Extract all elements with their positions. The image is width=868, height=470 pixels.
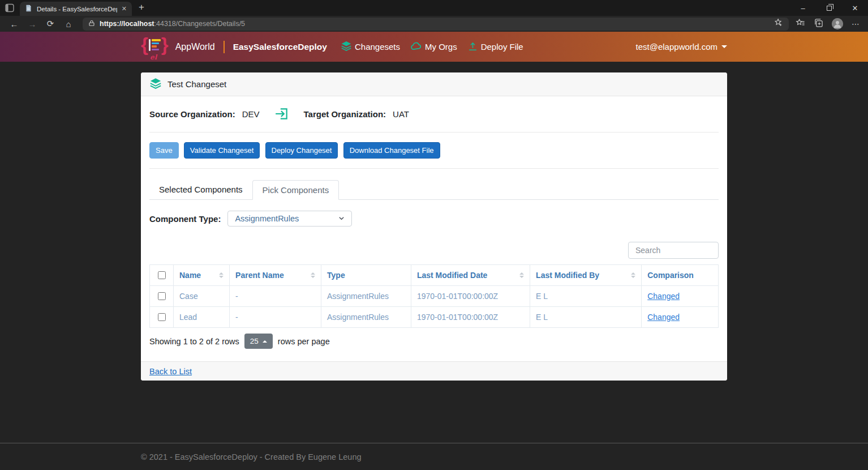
row-checkbox[interactable] [158, 313, 166, 321]
column-header-name[interactable]: Name [174, 265, 230, 286]
address-bar[interactable]: https://localhost:44318/Changesets/Detai… [83, 18, 789, 31]
cell-parent-name: - [230, 307, 321, 328]
sort-icon[interactable] [631, 272, 635, 278]
card-footer: Back to List [141, 361, 727, 381]
deploy-changeset-button[interactable]: Deploy Changeset [265, 142, 338, 159]
browser-titlebar: Details - EasySalesforceDeploy ✕ + – ✕ [0, 0, 868, 16]
source-org-label: Source Organization: [149, 109, 235, 119]
lock-icon [88, 19, 95, 29]
profile-avatar[interactable] [832, 18, 843, 29]
app-navbar: { } el AppWorld EasySalesforceDeploy Cha… [0, 32, 868, 62]
user-menu[interactable]: test@elappworld.com [636, 42, 727, 52]
collections-icon[interactable] [814, 18, 823, 30]
cell-type: AssignmentRules [321, 307, 411, 328]
chevron-down-icon [338, 214, 345, 223]
download-changeset-button[interactable]: Download Changeset File [343, 142, 440, 159]
cell-name: Lead [174, 307, 230, 328]
changeset-card: Test Changeset Source Organization: DEV … [141, 72, 727, 381]
sort-icon[interactable] [219, 272, 224, 278]
column-header-last-modified-date[interactable]: Last Modified Date [411, 265, 530, 286]
search-row [149, 242, 719, 259]
component-type-select[interactable]: AssignmentRules [227, 211, 352, 227]
new-tab-button[interactable]: + [139, 2, 144, 13]
cell-last-modified-by: E L [530, 286, 642, 307]
upload-icon [467, 41, 478, 53]
search-input[interactable] [628, 242, 719, 259]
browser-workspace-icon[interactable] [5, 3, 14, 12]
tab-pick-components[interactable]: Pick Components [252, 180, 340, 200]
nav-item-deploy-file[interactable]: Deploy File [467, 41, 523, 53]
component-type-label: Component Type: [149, 214, 221, 224]
action-buttons-row: Save Validate Changeset Deploy Changeset… [149, 142, 719, 159]
table-row: Case - AssignmentRules 1970-01-01T00:00:… [150, 286, 719, 307]
refresh-icon[interactable]: ⟳ [42, 19, 59, 29]
page-size-button[interactable]: 25 [244, 334, 273, 349]
brand-link[interactable]: EasySalesforceDeploy [233, 42, 327, 52]
target-org-value: UAT [393, 109, 409, 119]
divider [149, 132, 719, 133]
source-org-value: DEV [242, 109, 260, 119]
column-header-comparison: Comparison [642, 265, 719, 286]
browser-tab[interactable]: Details - EasySalesforceDeploy ✕ [20, 2, 132, 16]
table-row: Lead - AssignmentRules 1970-01-01T00:00:… [150, 307, 719, 328]
tab-title: Details - EasySalesforceDeploy [37, 6, 117, 12]
arrow-into-box-icon [274, 106, 289, 121]
card-title: Test Changeset [167, 79, 226, 89]
pagination-row: Showing 1 to 2 of 2 rows 25 rows per pag… [149, 334, 719, 349]
appworld-logo[interactable]: { } el [141, 34, 169, 60]
component-type-row: Component Type: AssignmentRules [149, 211, 719, 227]
back-to-list-link[interactable]: Back to List [149, 367, 192, 376]
column-header-last-modified-by[interactable]: Last Modified By [530, 265, 642, 286]
components-table: Name Parent Name Type Last Modified Date… [149, 264, 719, 328]
toolbar-right: ⋯ [796, 18, 860, 30]
home-icon[interactable]: ⌂ [60, 19, 77, 29]
column-header-type[interactable]: Type [321, 265, 411, 286]
appworld-link[interactable]: AppWorld [175, 42, 215, 52]
back-icon[interactable]: ← [6, 19, 23, 29]
tab-favicon-icon [25, 4, 32, 14]
cell-parent-name: - [230, 286, 321, 307]
column-header-parent-name[interactable]: Parent Name [230, 265, 321, 286]
comparison-link[interactable]: Changed [647, 313, 680, 322]
nav-item-my-orgs[interactable]: My Orgs [410, 40, 457, 54]
logo-el-text: el [150, 53, 157, 61]
divider [149, 168, 719, 169]
table-header-row: Name Parent Name Type Last Modified Date… [150, 265, 719, 286]
logo-brace-right: } [161, 34, 169, 55]
sort-icon[interactable] [311, 272, 315, 278]
sort-icon[interactable] [519, 272, 524, 278]
validate-changeset-button[interactable]: Validate Changeset [184, 142, 260, 159]
forward-icon[interactable]: → [24, 19, 41, 29]
tab-close-icon[interactable]: ✕ [122, 5, 127, 12]
select-all-checkbox[interactable] [158, 271, 166, 279]
cell-last-modified-by: E L [530, 307, 642, 328]
layers-icon [149, 77, 162, 91]
caret-up-icon [263, 340, 267, 343]
cell-name: Case [174, 286, 230, 307]
nav-item-changesets[interactable]: Changesets [341, 40, 400, 53]
tab-selected-components[interactable]: Selected Components [149, 180, 252, 200]
restore-button[interactable] [816, 0, 842, 16]
save-button[interactable]: Save [149, 142, 179, 159]
cell-type: AssignmentRules [321, 286, 411, 307]
close-button[interactable]: ✕ [842, 0, 868, 16]
logo-e-icon [149, 39, 161, 51]
add-favorite-icon[interactable] [774, 18, 783, 29]
favorites-icon[interactable] [796, 18, 805, 30]
url-text: https://localhost:44318/Changesets/Detai… [100, 20, 245, 28]
cloud-icon [410, 40, 422, 54]
chevron-down-icon [721, 45, 727, 48]
comparison-link[interactable]: Changed [647, 292, 680, 301]
layers-icon [341, 40, 352, 53]
settings-menu-icon[interactable]: ⋯ [852, 19, 860, 28]
nav-links: Changesets My Orgs Deploy File [341, 40, 523, 54]
page-footer: © 2021 - EasySalesforceDeploy - Created … [0, 443, 868, 470]
component-tabs: Selected Components Pick Components [149, 180, 719, 200]
minimize-button[interactable]: – [790, 0, 816, 16]
pagination-summary: Showing 1 to 2 of 2 rows [149, 337, 239, 346]
page-body: Test Changeset Source Organization: DEV … [0, 62, 868, 443]
row-checkbox[interactable] [158, 292, 166, 300]
pagination-suffix: rows per page [278, 337, 330, 346]
footer-text: © 2021 - EasySalesforceDeploy - Created … [141, 452, 727, 462]
browser-toolbar: ← → ⟳ ⌂ https://localhost:44318/Changese… [0, 16, 868, 32]
